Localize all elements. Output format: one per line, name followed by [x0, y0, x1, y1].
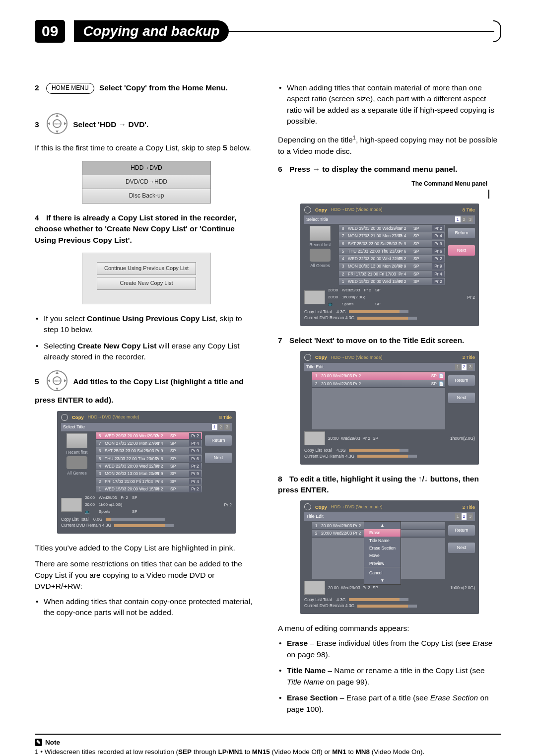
menu-item-hdd-dvd: HDD→DVD	[82, 161, 210, 175]
text: 0.0G	[93, 516, 102, 522]
ctx-preview: Preview	[364, 559, 401, 567]
step-2: 2 HOME MENU Select 'Copy' from the Home …	[35, 82, 258, 94]
osd-copy-label: Copy	[315, 504, 327, 511]
bullet: When adding titles that contain copy-onc…	[44, 596, 258, 619]
text: Wed29/03	[342, 287, 360, 293]
svg-text:ENTER: ENTER	[54, 123, 61, 125]
osd-mode: HDD→DVD (Video mode)	[331, 354, 383, 361]
callout-line	[488, 190, 489, 199]
chapter-title: Copying and backup	[74, 20, 228, 42]
text: to	[243, 748, 252, 756]
continue-previous-button: Continue Using Previous Copy List	[97, 262, 196, 275]
text: (Video Mode Off) or	[270, 748, 333, 756]
dvd-remain-label: Current DVD Remain	[61, 522, 101, 528]
recent-first-label: Recent first	[61, 449, 93, 455]
osd-title-list: 8WED 29/03 20:00 Wed29/03Pr 2SPPr 27MON …	[96, 432, 202, 493]
osd-copy-label: Copy	[315, 354, 327, 361]
text: – Erase part of a title (see	[338, 693, 430, 702]
thumb-icon	[310, 226, 331, 241]
osd-mode: HDD→DVD (Video mode)	[88, 414, 139, 420]
dvd-remain-label: Current DVD Remain	[304, 315, 344, 321]
table-row: 8WED 29/03 20:00 Wed29/03Pr 2SPPr 2	[339, 225, 445, 232]
genre-icon: 📺	[328, 301, 338, 307]
text: Wed29/03	[341, 585, 360, 590]
text: 20:00	[328, 436, 338, 441]
copy-list-total-label: Copy List Total	[61, 516, 89, 522]
osd-select-title: Copy HDD→DVD (Video mode) 8 Title Select…	[57, 411, 236, 534]
text: MN8	[356, 748, 370, 756]
svg-marker-11	[56, 388, 59, 390]
page-1: 1	[455, 216, 461, 222]
row-sp: SP	[431, 381, 437, 387]
note-icon: ✎	[35, 739, 42, 746]
ctx-move: Move	[364, 552, 401, 559]
osd-next-button: Next	[205, 453, 232, 463]
text: Erase	[472, 639, 493, 647]
osd-copy-label: Copy	[72, 414, 84, 421]
osd-return-button: Return	[448, 525, 475, 536]
osd-title-count: 2 Title	[463, 504, 475, 511]
text: Pr 2	[362, 436, 370, 441]
text: SEP	[178, 748, 192, 756]
page-1: 1	[455, 364, 461, 370]
osd-pager: Select Title 123	[61, 423, 232, 431]
text: to display the command menu panel.	[320, 165, 457, 173]
disc-icon	[304, 206, 311, 213]
text: 4.3G	[345, 453, 354, 459]
command-menu-label: The Command Menu panel	[278, 180, 501, 188]
text: Pr 2	[467, 294, 475, 300]
genre-icon	[67, 456, 87, 469]
table-row: 7MON 27/03 21:00 Mon 27/03Pr 4SPPr 4	[339, 232, 445, 240]
step-3: 3 ENTER Select 'HDD → DVD'.	[35, 113, 258, 137]
text: Pr 2	[362, 585, 370, 590]
text: 20:00	[328, 585, 338, 590]
osd-mode: HDD→DVD (Video mode)	[331, 504, 383, 510]
osd-copy-label: Copy	[315, 206, 327, 213]
text: Sports	[342, 301, 360, 307]
text: Title Name	[287, 678, 324, 686]
osd-left-panel: Recent first All Genres	[61, 432, 93, 493]
up-down-arrows-icon: ↑/↓	[418, 475, 428, 483]
header-cap	[493, 20, 501, 42]
tab-title-edit: Title Edit	[306, 514, 324, 519]
step-4-text: If there is already a Copy List stored i…	[35, 213, 236, 244]
bullet: If you select Continue Using Previous Co…	[44, 313, 258, 336]
text: 20:00	[85, 502, 95, 508]
text: 1 • Widescreen titles recorded at low re…	[35, 748, 178, 756]
svg-marker-4	[56, 131, 59, 133]
text: 1h00m(2.0G)	[450, 585, 475, 591]
enter-pad-icon: ENTER	[46, 113, 68, 137]
osd-next-button: Next	[448, 393, 475, 403]
osd-edit-context-menu: Copy HDD→DVD (Video mode) 2 Title Title …	[300, 500, 479, 614]
high-speed-note: Depending on the title1, high-speed copy…	[278, 134, 501, 157]
text: To edit a title, highlight it using the	[289, 475, 418, 483]
create-new-button: Create New Copy List	[97, 277, 196, 290]
text: Create New Copy List	[77, 342, 156, 350]
dvd-remain-label: Current DVD Remain	[304, 603, 344, 609]
text: 20:00	[328, 294, 338, 300]
row-desc: 20:00 Wed22/03 Pr 2	[321, 530, 361, 536]
text: to	[346, 748, 356, 756]
text: Erase Section	[430, 693, 478, 702]
text: 4.3G	[336, 309, 345, 315]
ctx-cancel: Cancel	[364, 569, 401, 576]
text: (Video Mode On).	[370, 748, 424, 756]
text: SP	[373, 585, 378, 590]
copy-list-total-label: Copy List Total	[304, 597, 332, 603]
svg-text:ENTER: ENTER	[54, 380, 61, 382]
step-5: 5 ENTER Add titles to the Copy List (hig…	[35, 370, 258, 406]
table-row: 6SAT 25/03 23:00 Sat25/03Pr 9SPPr 9	[96, 447, 202, 455]
osd-title-count: 8 Title	[219, 414, 232, 421]
dvd-remain-label: Current DVD Remain	[304, 453, 344, 459]
text: 4.3G	[102, 522, 111, 528]
text: Erase Section	[287, 693, 338, 702]
text: 4.3G	[336, 597, 345, 603]
bullet: When adding titles that contain material…	[287, 82, 501, 127]
page-3: 3	[468, 216, 473, 222]
step-7: 7 Select 'Next' to move on to the Title …	[278, 335, 501, 346]
copy-menu-osd: HDD→DVD DVD/CD→HDD Disc Back-up	[82, 161, 211, 204]
osd-command-menu: Copy HDD→DVD (Video mode) 8 Title Select…	[300, 204, 479, 326]
ctx-erase: Erase	[364, 529, 401, 537]
osd-title-count: 2 Title	[463, 354, 475, 361]
step-7-text: Select 'Next' to move on to the Title Ed…	[289, 336, 464, 344]
